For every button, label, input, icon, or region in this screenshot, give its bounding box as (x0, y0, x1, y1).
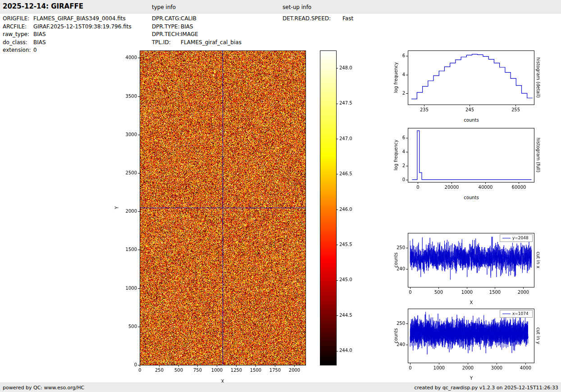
cut-y-xlabel: Y (470, 376, 473, 381)
header-bar: 2025-12-14: GIRAFFE type info set-up inf… (0, 0, 561, 14)
footer-bar: powered by QC: www.eso.org/HC created by… (0, 383, 561, 392)
hist-full-side-label: histogram (full) (536, 137, 541, 172)
meta-value: IMAGE (181, 31, 198, 37)
meta-row-extension: extension:0 (3, 46, 132, 55)
meta-label: do_class: (3, 39, 33, 47)
meta-label: DPR.CATG: (152, 15, 181, 23)
meta-row-arcfile: ARCFILE:GIRAF.2025-12-15T09:38:19.796.fi… (3, 23, 132, 31)
qc-report-page: 2025-12-14: GIRAFFE type info set-up inf… (0, 0, 561, 392)
histogram-full-canvas (388, 123, 545, 195)
setup-info-block: DET.READ.SPEED:Fast (283, 15, 353, 23)
hist-detail-xlabel: counts (464, 118, 479, 123)
meta-value: FLAMES_GIRAF_BIAS349_0004.fits (33, 15, 126, 22)
meta-value: CALIB (181, 15, 196, 22)
meta-value: BIAS (181, 23, 193, 30)
meta-value: 0 (33, 47, 37, 53)
meta-row-rawtype: raw_type:BIAS (3, 31, 132, 39)
meta-value: BIAS (33, 31, 46, 37)
cut-y-ylabel: counts (393, 328, 398, 343)
file-info-block: ORIGFILE:FLAMES_GIRAF_BIAS349_0004.fits … (3, 15, 132, 55)
main-ylabel: Y (114, 206, 119, 209)
type-info-block: DPR.CATG:CALIB DPR.TYPE:BIAS DPR.TECH:IM… (152, 15, 242, 46)
meta-row-origfile: ORIGFILE:FLAMES_GIRAF_BIAS349_0004.fits (3, 15, 132, 23)
meta-row-dprtech: DPR.TECH:IMAGE (152, 31, 242, 39)
hist-full-xlabel: counts (464, 195, 479, 200)
histogram-detail-canvas (388, 45, 545, 117)
meta-label: ARCFILE: (3, 23, 33, 31)
meta-value: Fast (342, 15, 353, 22)
setup-info-heading: set-up info (283, 4, 311, 10)
meta-label: DPR.TECH: (152, 31, 181, 39)
cut-x-xlabel: X (470, 300, 473, 305)
meta-row-dprtype: DPR.TYPE:BIAS (152, 23, 242, 31)
page-title: 2025-12-14: GIRAFFE (3, 2, 83, 10)
cut-x-ylabel: counts (393, 252, 398, 267)
raw-image-canvas (113, 45, 365, 381)
meta-label: DET.READ.SPEED: (283, 15, 342, 23)
meta-row-dprcatg: DPR.CATG:CALIB (152, 15, 242, 23)
hist-detail-side-label: histogram (detail) (536, 57, 541, 98)
cut-y-side-label: cut in y (536, 327, 541, 344)
meta-value: BIAS (33, 39, 46, 46)
hist-detail-ylabel: log frequency (393, 62, 398, 93)
footer-right-text: created by qc_rawdisp.py v1.2.3 on 2025-… (414, 385, 558, 391)
meta-label: raw_type: (3, 31, 33, 39)
meta-label: extension: (3, 46, 33, 55)
meta-value: FLAMES_giraf_cal_bias (181, 39, 242, 46)
type-info-heading: type info (152, 4, 176, 10)
meta-label: DPR.TYPE: (152, 23, 181, 31)
cut-in-y-canvas (388, 303, 545, 375)
meta-row-doclass: do_class:BIAS (3, 39, 132, 47)
meta-row-readspeed: DET.READ.SPEED:Fast (283, 15, 353, 23)
cut-in-x-canvas (388, 228, 545, 300)
meta-value: GIRAF.2025-12-15T09:38:19.796.fits (33, 23, 132, 30)
footer-left-text: powered by QC: www.eso.org/HC (3, 385, 84, 391)
hist-full-ylabel: log frequency (393, 140, 398, 171)
meta-label: ORIGFILE: (3, 15, 33, 23)
cut-x-side-label: cut in x (536, 251, 541, 268)
